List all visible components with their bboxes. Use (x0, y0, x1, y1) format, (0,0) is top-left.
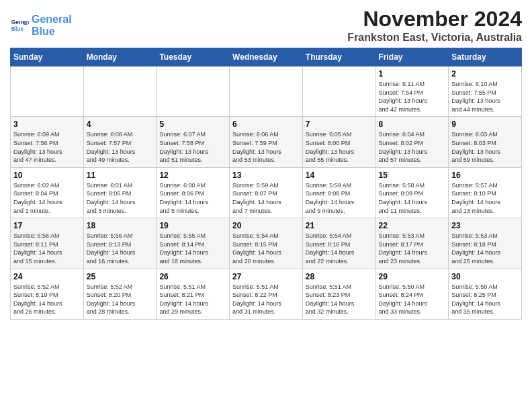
day-info: Sunrise: 6:02 AM Sunset: 8:04 PM Dayligh… (13, 181, 81, 215)
weekday-header-monday: Monday (83, 48, 157, 66)
calendar-week-2: 3Sunrise: 6:09 AM Sunset: 7:56 PM Daylig… (11, 117, 522, 167)
day-info: Sunrise: 5:53 AM Sunset: 8:17 PM Dayligh… (379, 232, 446, 265)
calendar-cell (302, 66, 375, 117)
day-info: Sunrise: 6:06 AM Sunset: 7:59 PM Dayligh… (232, 130, 300, 164)
day-number: 20 (232, 221, 300, 230)
day-number: 1 (379, 69, 446, 79)
calendar-cell: 20Sunrise: 5:54 AM Sunset: 8:15 PM Dayli… (230, 218, 303, 269)
weekday-header-tuesday: Tuesday (157, 48, 230, 66)
day-number: 3 (13, 120, 81, 129)
day-info: Sunrise: 5:50 AM Sunset: 8:24 PM Dayligh… (379, 283, 446, 316)
day-number: 15 (379, 171, 446, 180)
calendar-week-5: 24Sunrise: 5:52 AM Sunset: 8:19 PM Dayli… (11, 269, 522, 319)
calendar-cell (157, 66, 230, 117)
calendar-cell: 5Sunrise: 6:07 AM Sunset: 7:58 PM Daylig… (157, 117, 230, 167)
day-number: 9 (451, 120, 519, 129)
day-number: 27 (232, 272, 300, 281)
calendar-cell: 18Sunrise: 5:56 AM Sunset: 8:13 PM Dayli… (83, 218, 157, 269)
day-number: 30 (451, 272, 519, 281)
day-number: 4 (87, 120, 154, 129)
day-info: Sunrise: 6:09 AM Sunset: 7:56 PM Dayligh… (13, 130, 81, 164)
calendar-cell: 28Sunrise: 5:51 AM Sunset: 8:23 PM Dayli… (302, 269, 375, 319)
day-info: Sunrise: 5:54 AM Sunset: 8:16 PM Dayligh… (306, 232, 373, 265)
day-number: 16 (451, 171, 519, 180)
weekday-header-sunday: Sunday (11, 48, 84, 66)
calendar-cell: 19Sunrise: 5:55 AM Sunset: 8:14 PM Dayli… (157, 218, 230, 269)
weekday-header-friday: Friday (375, 48, 449, 66)
day-info: Sunrise: 5:55 AM Sunset: 8:14 PM Dayligh… (159, 232, 226, 265)
calendar-cell: 2Sunrise: 6:10 AM Sunset: 7:55 PM Daylig… (449, 66, 522, 117)
day-info: Sunrise: 5:59 AM Sunset: 8:08 PM Dayligh… (306, 181, 373, 215)
day-info: Sunrise: 6:00 AM Sunset: 8:06 PM Dayligh… (159, 181, 226, 215)
day-info: Sunrise: 5:54 AM Sunset: 8:15 PM Dayligh… (232, 232, 300, 265)
weekday-header-row: SundayMondayTuesdayWednesdayThursdayFrid… (11, 48, 522, 66)
main-title: November 2024 (347, 7, 522, 32)
calendar-cell: 29Sunrise: 5:50 AM Sunset: 8:24 PM Dayli… (375, 269, 449, 319)
weekday-header-saturday: Saturday (449, 48, 522, 66)
day-info: Sunrise: 5:52 AM Sunset: 8:19 PM Dayligh… (13, 283, 81, 316)
day-info: Sunrise: 6:10 AM Sunset: 7:55 PM Dayligh… (451, 80, 519, 113)
svg-text:Blue: Blue (11, 26, 24, 32)
day-number: 13 (232, 171, 300, 180)
day-number: 12 (159, 171, 226, 180)
page-header: General Blue General Blue November 2024 … (10, 7, 522, 44)
logo-text: General Blue (32, 13, 72, 37)
calendar-cell (230, 66, 303, 117)
logo-line2: Blue (32, 26, 55, 37)
calendar-cell: 14Sunrise: 5:59 AM Sunset: 8:08 PM Dayli… (302, 167, 375, 218)
calendar-cell: 8Sunrise: 6:04 AM Sunset: 8:02 PM Daylig… (375, 117, 449, 167)
calendar-cell: 21Sunrise: 5:54 AM Sunset: 8:16 PM Dayli… (302, 218, 375, 269)
calendar-cell: 27Sunrise: 5:51 AM Sunset: 8:22 PM Dayli… (230, 269, 303, 319)
day-number: 25 (87, 272, 154, 281)
calendar-cell: 23Sunrise: 5:53 AM Sunset: 8:18 PM Dayli… (449, 218, 522, 269)
calendar-week-4: 17Sunrise: 5:56 AM Sunset: 8:11 PM Dayli… (11, 218, 522, 269)
day-info: Sunrise: 5:57 AM Sunset: 8:10 PM Dayligh… (451, 181, 519, 215)
day-number: 14 (306, 171, 373, 180)
calendar-cell: 16Sunrise: 5:57 AM Sunset: 8:10 PM Dayli… (449, 167, 522, 218)
calendar-cell: 1Sunrise: 6:11 AM Sunset: 7:54 PM Daylig… (375, 66, 449, 117)
calendar-cell: 24Sunrise: 5:52 AM Sunset: 8:19 PM Dayli… (11, 269, 84, 319)
calendar-cell: 12Sunrise: 6:00 AM Sunset: 8:06 PM Dayli… (157, 167, 230, 218)
day-number: 23 (451, 221, 519, 230)
day-number: 17 (13, 221, 81, 230)
day-info: Sunrise: 6:01 AM Sunset: 8:05 PM Dayligh… (87, 181, 154, 215)
calendar-header: SundayMondayTuesdayWednesdayThursdayFrid… (11, 48, 522, 66)
day-info: Sunrise: 6:05 AM Sunset: 8:00 PM Dayligh… (306, 130, 373, 164)
day-info: Sunrise: 5:59 AM Sunset: 8:07 PM Dayligh… (232, 181, 300, 215)
day-info: Sunrise: 5:51 AM Sunset: 8:23 PM Dayligh… (306, 283, 373, 316)
logo-line1: General (32, 13, 72, 25)
day-number: 8 (379, 120, 446, 129)
day-number: 11 (87, 171, 154, 180)
day-info: Sunrise: 6:03 AM Sunset: 8:03 PM Dayligh… (451, 130, 519, 164)
day-number: 10 (13, 171, 81, 180)
location-subtitle: Frankston East, Victoria, Australia (347, 32, 522, 44)
calendar-cell: 9Sunrise: 6:03 AM Sunset: 8:03 PM Daylig… (449, 117, 522, 167)
calendar-table: SundayMondayTuesdayWednesdayThursdayFrid… (10, 48, 522, 320)
calendar-cell (83, 66, 157, 117)
calendar-cell: 30Sunrise: 5:50 AM Sunset: 8:25 PM Dayli… (449, 269, 522, 319)
calendar-cell: 25Sunrise: 5:52 AM Sunset: 8:20 PM Dayli… (83, 269, 157, 319)
day-info: Sunrise: 5:51 AM Sunset: 8:22 PM Dayligh… (232, 283, 300, 316)
calendar-cell: 4Sunrise: 6:08 AM Sunset: 7:57 PM Daylig… (83, 117, 157, 167)
day-number: 6 (232, 120, 300, 129)
logo: General Blue General Blue (10, 13, 72, 37)
day-info: Sunrise: 5:56 AM Sunset: 8:13 PM Dayligh… (87, 232, 154, 265)
day-number: 2 (451, 69, 519, 79)
day-info: Sunrise: 5:56 AM Sunset: 8:11 PM Dayligh… (13, 232, 81, 265)
logo-icon: General Blue (10, 16, 29, 35)
day-info: Sunrise: 6:07 AM Sunset: 7:58 PM Dayligh… (159, 130, 226, 164)
day-number: 26 (159, 272, 226, 281)
day-number: 5 (159, 120, 226, 129)
calendar-week-1: 1Sunrise: 6:11 AM Sunset: 7:54 PM Daylig… (11, 66, 522, 117)
weekday-header-thursday: Thursday (302, 48, 375, 66)
day-number: 29 (379, 272, 446, 281)
calendar-cell: 3Sunrise: 6:09 AM Sunset: 7:56 PM Daylig… (11, 117, 84, 167)
day-number: 28 (306, 272, 373, 281)
day-info: Sunrise: 5:53 AM Sunset: 8:18 PM Dayligh… (451, 232, 519, 265)
day-info: Sunrise: 6:08 AM Sunset: 7:57 PM Dayligh… (87, 130, 154, 164)
day-number: 7 (306, 120, 373, 129)
calendar-cell: 26Sunrise: 5:51 AM Sunset: 8:21 PM Dayli… (157, 269, 230, 319)
day-info: Sunrise: 5:52 AM Sunset: 8:20 PM Dayligh… (87, 283, 154, 316)
calendar-cell (11, 66, 84, 117)
calendar-body: 1Sunrise: 6:11 AM Sunset: 7:54 PM Daylig… (11, 66, 522, 320)
